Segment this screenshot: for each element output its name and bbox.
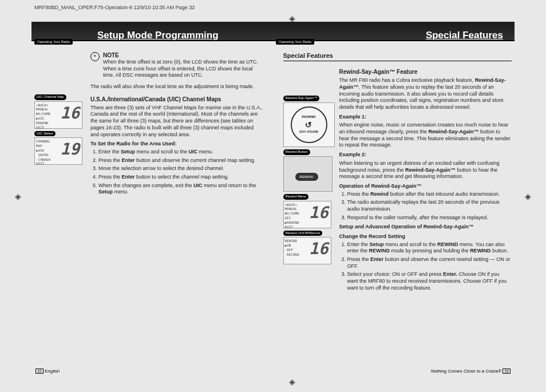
list-item: Select your choice: ON or OFF and press …: [347, 271, 512, 291]
uic-set-heading: To Set the Radio for the Area Used:: [90, 141, 263, 148]
list-item: Press the Rewind button after the last i…: [347, 191, 512, 198]
change-title: Change the Record Setting: [339, 233, 512, 240]
note-extra: The radio will also show the local time …: [90, 84, 263, 90]
page-number-right: 33: [503, 369, 511, 374]
print-header: MRF80BD_MANL_OPER:F75-Operation-8 12/9/1…: [34, 5, 195, 10]
footer-left: 32 English: [35, 369, 60, 374]
list-item: Enter the Setup menu and scroll to the U…: [98, 149, 263, 156]
banner: Operating Your Radio Setup Mode Programm…: [31, 22, 515, 41]
registration-mark-bottom: ◈: [289, 377, 295, 386]
note-body: When the time offset is at zero (0), the…: [103, 59, 263, 79]
list-item: Press the Enter button to select the cha…: [98, 174, 263, 181]
uic-body: There are three (3) sets of VHF Channel …: [90, 105, 263, 138]
list-item: The radio automatically replays the last…: [347, 199, 512, 212]
list-item: Move the selection arrow to select the d…: [98, 165, 263, 172]
lcd1-screen: ↑BACK↑ MANUAL WX/SAME ▶UIC REWIND EXIT 1…: [34, 101, 82, 129]
list-item: When the changes are complete, exit the …: [98, 183, 263, 196]
uic-steps: Enter the Setup menu and scroll to the U…: [90, 149, 263, 196]
ex2-title: Example 2:: [339, 152, 512, 159]
left-page: ⚬ NOTE When the time offset is at zero (…: [31, 52, 275, 363]
rewind-say-again-badge: REWIND ↺ SAY·AGAIN: [291, 106, 327, 143]
right-page-title: Special Features: [426, 30, 503, 41]
note-icon: ⚬: [90, 52, 100, 61]
right-tab: Operating Your Radio: [276, 39, 314, 45]
rsa-label: Rewind-Say-Again™: [283, 96, 320, 101]
op-steps: Press the Rewind button after the last i…: [339, 191, 512, 221]
list-item: Respond to the caller normally, after th…: [347, 215, 512, 221]
adv-title: Setup and Advanced Operation of Rewind-S…: [339, 224, 512, 231]
uic-heading: U.S.A./International/Canada (UIC) Channe…: [90, 96, 263, 103]
left-tab: Operating Your Radio: [34, 39, 73, 45]
rewind-button-label: Rewind Button: [283, 149, 310, 155]
op-title: Operation of Rewind-Say-Again™: [339, 183, 512, 190]
lcd1-label: UIC Channel Map: [34, 94, 66, 100]
rewind-onoff-label: Rewind On/Off/Record: [283, 231, 322, 236]
change-steps: Enter the Setup menu and scroll to the R…: [339, 241, 512, 292]
ex1-body: When engine noise, music or conversation…: [339, 122, 512, 149]
registration-mark-right: ◈: [525, 192, 531, 201]
rsa-heading: Rewind-Say-Again™ Feature: [339, 68, 512, 76]
rsa-intro: The MR F80 radio has a Cobra exclusive p…: [339, 77, 512, 110]
note-title: NOTE: [103, 52, 263, 59]
footer-right: Nothing Comes Close to a Cobra® 33: [431, 369, 511, 374]
ex1-title: Example 1:: [339, 114, 512, 121]
list-item: Enter the Setup menu and scroll to the R…: [347, 241, 512, 255]
rewind-menu-label: Rewind Menu: [283, 194, 309, 200]
lcd2-label: UIC Select: [34, 131, 56, 137]
device-photo: REWIND: [283, 156, 333, 192]
right-page: Special Features Rewind-Say-Again™ REWIN…: [275, 52, 515, 363]
list-item: Press the Enter button and observe the c…: [347, 256, 512, 270]
rewind-physical-button: REWIND: [295, 173, 318, 181]
lcd2-screen: CHANNEL MAP ▶USA INTER CANADA EXIT 19: [34, 137, 82, 165]
lcd4-screen: REWIND ▶ON OFF RECORD 16: [283, 237, 331, 264]
lcd3-screen: ↑BACK↑ MANUAL WX/SAME UIC ▶REWIND EXIT 1…: [283, 201, 331, 228]
list-item: Press the Enter button and observe the c…: [98, 157, 263, 164]
ex2-body: When listening to an urgent distress of …: [339, 160, 512, 180]
section-title: Special Features: [283, 52, 512, 61]
registration-mark-left: ◈: [15, 192, 21, 201]
page-number-left: 32: [35, 369, 43, 374]
left-page-title: Setup Mode Programming: [97, 30, 219, 41]
